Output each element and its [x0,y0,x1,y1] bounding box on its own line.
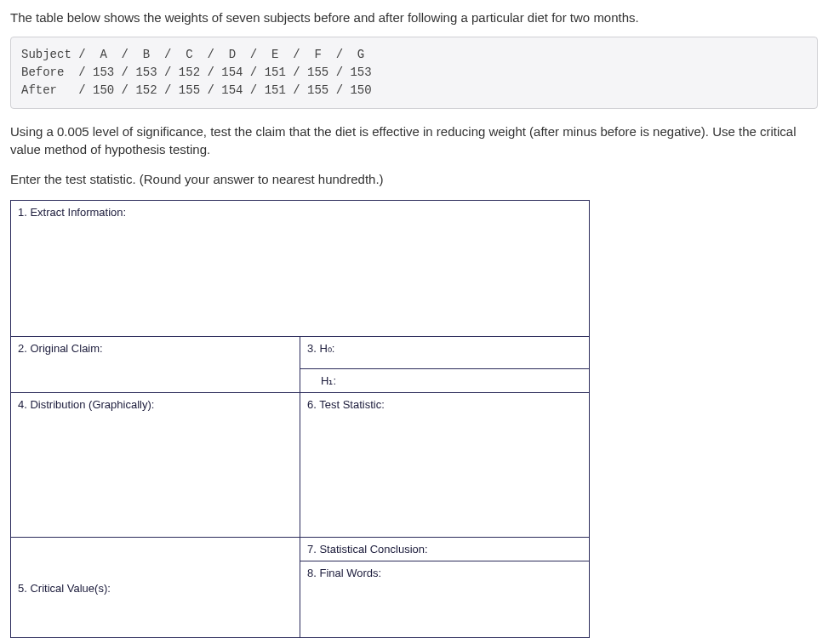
label-h1: H₁: [321,374,336,387]
instructions-paragraph-1: Using a 0.005 level of significance, tes… [10,123,818,158]
label-conclusion: 7. Statistical Conclusion: [307,543,428,556]
label-final: 8. Final Words: [307,567,381,579]
label-h0: 3. H₀: [307,342,334,355]
data-table: Subject / A / B / C / D / E / F / G Befo… [10,37,818,109]
cell-final-words: 8. Final Words: [300,561,590,638]
cell-statistical-conclusion: 7. Statistical Conclusion: [300,538,590,561]
cell-h1: H₁: [300,369,590,393]
data-row-subject: Subject / A / B / C / D / E / F / G [21,48,364,61]
cell-h0: 3. H₀: [300,337,590,369]
label-distribution: 4. Distribution (Graphically): [18,398,154,411]
cell-critical-values: 5. Critical Value(s): [11,538,300,638]
cell-extract-information: 1. Extract Information: [11,201,590,337]
intro-text: The table below shows the weights of sev… [10,10,818,25]
cell-original-claim: 2. Original Claim: [11,337,300,393]
label-critical: 5. Critical Value(s): [18,582,111,595]
cell-distribution: 4. Distribution (Graphically): [11,393,300,538]
data-row-after: After / 150 / 152 / 155 / 154 / 151 / 15… [21,83,372,97]
data-row-before: Before / 153 / 153 / 152 / 154 / 151 / 1… [21,66,372,79]
cell-test-statistic: 6. Test Statistic: [300,393,590,538]
instructions-paragraph-2: Enter the test statistic. (Round your an… [10,170,818,188]
label-test-stat: 6. Test Statistic: [307,398,385,411]
worksheet-table: 1. Extract Information: 2. Original Clai… [10,200,590,638]
label-extract: 1. Extract Information: [18,206,126,219]
label-claim: 2. Original Claim: [18,342,103,355]
